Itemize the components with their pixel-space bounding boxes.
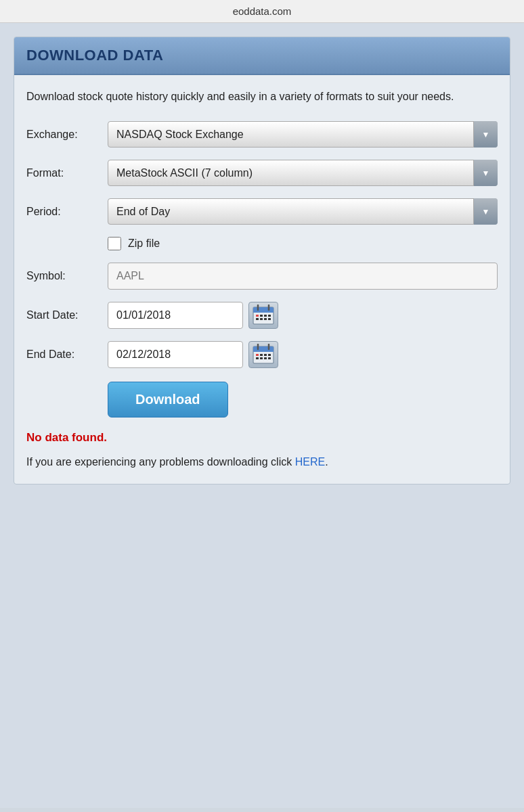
footer-text-after: . <box>325 456 328 468</box>
exchange-select-container: NASDAQ Stock Exchange NYSE AMEX LSE ▼ <box>108 121 498 148</box>
exchange-label: Exchange: <box>26 129 108 141</box>
svg-rect-15 <box>253 351 274 352</box>
error-message: No data found. <box>26 431 498 445</box>
svg-rect-12 <box>268 318 271 320</box>
start-date-row: Start Date: <box>26 302 498 329</box>
format-row: Format: MetaStock ASCII (7 column) CSV T… <box>26 160 498 186</box>
svg-rect-24 <box>264 357 267 359</box>
svg-rect-7 <box>264 315 267 317</box>
svg-rect-6 <box>260 315 263 317</box>
period-row: Period: End of Day Intraday Weekly Month… <box>26 198 498 225</box>
end-date-label: End Date: <box>26 348 108 361</box>
svg-rect-19 <box>260 354 263 356</box>
format-select-container: MetaStock ASCII (7 column) CSV TSV Excel… <box>108 160 498 186</box>
start-date-label: Start Date: <box>26 309 108 321</box>
page-title: DOWNLOAD DATA <box>26 47 163 64</box>
end-date-calendar-button[interactable] <box>248 341 278 368</box>
zip-label[interactable]: Zip file <box>128 238 160 250</box>
symbol-input-wrapper <box>108 263 498 290</box>
format-select-wrapper: MetaStock ASCII (7 column) CSV TSV Excel… <box>108 160 498 186</box>
format-select[interactable]: MetaStock ASCII (7 column) CSV TSV Excel <box>108 160 498 186</box>
svg-rect-11 <box>264 318 267 320</box>
exchange-row: Exchange: NASDAQ Stock Exchange NYSE AME… <box>26 121 498 148</box>
end-date-calendar-icon <box>253 344 274 366</box>
download-button[interactable]: Download <box>108 382 228 418</box>
end-date-input-wrapper <box>108 341 278 368</box>
footer-text: If you are experiencing any problems dow… <box>26 454 498 470</box>
start-date-input-wrapper <box>108 302 278 329</box>
zip-checkbox[interactable] <box>108 237 121 250</box>
browser-bar: eoddata.com <box>0 0 524 23</box>
card-body: Download stock quote history quickly and… <box>14 75 510 484</box>
svg-rect-20 <box>264 354 267 356</box>
card-header: DOWNLOAD DATA <box>14 37 510 75</box>
symbol-label: Symbol: <box>26 270 108 282</box>
start-date-calendar-icon <box>253 304 274 327</box>
period-select-container: End of Day Intraday Weekly Monthly ▼ <box>108 198 498 225</box>
svg-rect-25 <box>268 357 271 359</box>
svg-rect-21 <box>268 354 271 356</box>
exchange-select[interactable]: NASDAQ Stock Exchange NYSE AMEX LSE <box>108 121 498 148</box>
format-label: Format: <box>26 167 108 179</box>
svg-rect-8 <box>268 315 271 317</box>
page-wrapper: DOWNLOAD DATA Download stock quote histo… <box>0 23 524 808</box>
end-date-input[interactable] <box>108 341 243 368</box>
svg-rect-22 <box>256 357 259 359</box>
svg-rect-9 <box>256 318 259 320</box>
period-label: Period: <box>26 206 108 218</box>
browser-url: eoddata.com <box>233 5 292 17</box>
svg-rect-10 <box>260 318 263 320</box>
symbol-row: Symbol: <box>26 263 498 290</box>
svg-rect-5 <box>256 315 259 317</box>
period-select[interactable]: End of Day Intraday Weekly Monthly <box>108 198 498 225</box>
start-date-input[interactable] <box>108 302 243 329</box>
period-select-wrapper: End of Day Intraday Weekly Monthly ▼ <box>108 198 498 225</box>
description-text: Download stock quote history quickly and… <box>26 89 498 105</box>
symbol-input[interactable] <box>108 263 498 290</box>
exchange-select-wrapper: NASDAQ Stock Exchange NYSE AMEX LSE ▼ <box>108 121 498 148</box>
svg-rect-2 <box>253 311 274 313</box>
end-date-row: End Date: <box>26 341 498 368</box>
zip-row: Zip file <box>108 237 498 250</box>
svg-rect-23 <box>260 357 263 359</box>
footer-link[interactable]: HERE <box>295 456 325 468</box>
svg-rect-18 <box>256 354 259 356</box>
footer-text-before: If you are experiencing any problems dow… <box>26 456 295 468</box>
download-card: DOWNLOAD DATA Download stock quote histo… <box>14 37 510 484</box>
start-date-calendar-button[interactable] <box>248 302 278 329</box>
